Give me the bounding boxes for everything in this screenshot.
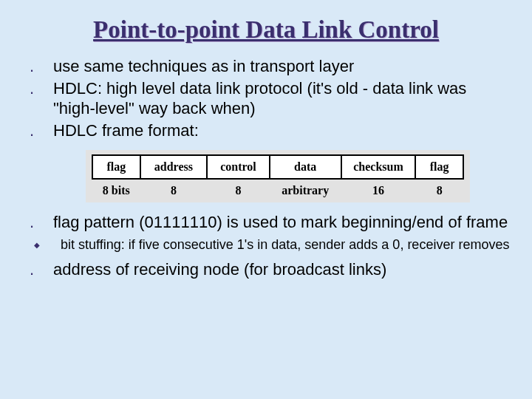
sub-bullet-list: bit stuffing: if five consecutive 1's in… [22, 236, 510, 253]
bullet-item: address of receiving node (for broadcast… [41, 260, 510, 279]
bullet-item: flag pattern (01111110) is used to mark … [41, 213, 510, 232]
table-row-sizes: 8 bits 8 8 arbitrary 16 8 [92, 179, 463, 198]
frame-field-flag-end: flag [415, 155, 463, 179]
frame-size: 8 bits [92, 179, 140, 198]
bullet-list-mid: flag pattern (01111110) is used to mark … [22, 213, 510, 232]
frame-size: 16 [341, 179, 416, 198]
frame-field-flag-start: flag [92, 155, 140, 179]
frame-size: 8 [207, 179, 270, 198]
frame-size: 8 [140, 179, 208, 198]
hdlc-frame-table: flag address control data checksum flag … [92, 154, 464, 198]
sub-bullet-item: bit stuffing: if five consecutive 1's in… [47, 236, 510, 253]
bullet-item: HDLC: high level data link protocol (it'… [41, 79, 510, 118]
frame-field-control: control [207, 155, 270, 179]
bullet-list-bottom: address of receiving node (for broadcast… [22, 260, 510, 279]
page-title: Point-to-point Data Link Control [22, 16, 510, 44]
bullet-item: HDLC frame format: [41, 121, 510, 140]
frame-size: 8 [415, 179, 463, 198]
frame-field-address: address [140, 155, 208, 179]
bullet-item: use same techniques as in transport laye… [41, 57, 510, 76]
hdlc-frame-diagram: flag address control data checksum flag … [86, 150, 470, 202]
frame-field-checksum: checksum [341, 155, 416, 179]
slide: Point-to-point Data Link Control use sam… [0, 0, 532, 296]
bullet-list-top: use same techniques as in transport laye… [22, 57, 510, 141]
frame-field-data: data [270, 155, 341, 179]
frame-size: arbitrary [270, 179, 341, 198]
table-row-fields: flag address control data checksum flag [92, 155, 463, 179]
